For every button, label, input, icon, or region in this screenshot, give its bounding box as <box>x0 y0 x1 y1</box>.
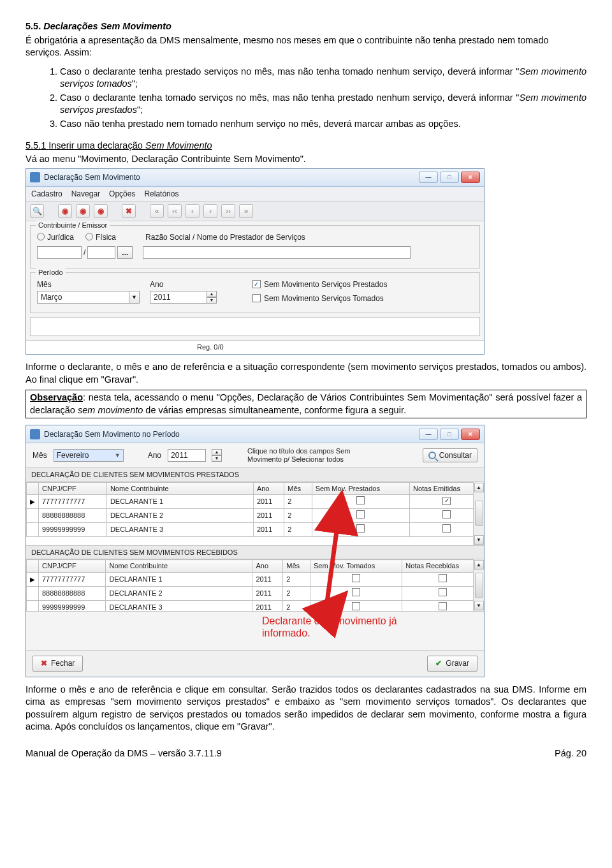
checkbox[interactable] <box>439 588 447 596</box>
checkbox[interactable] <box>356 524 365 533</box>
menu-cadastro[interactable]: Cadastro <box>31 189 62 199</box>
checkbox[interactable] <box>356 510 365 519</box>
close-button[interactable]: ✕ <box>461 172 480 183</box>
table-row[interactable]: 88888888888DECLARANTE 220112 <box>27 509 484 523</box>
empty-list-area <box>30 317 480 336</box>
section-number: 5.5. <box>26 21 41 31</box>
col-cnpj[interactable]: CNPJ/CPF <box>39 482 107 495</box>
record-counter: Reg. 0/0 <box>197 342 224 352</box>
app-icon <box>30 172 40 182</box>
checkbox[interactable] <box>352 602 360 610</box>
slash: / <box>84 247 85 258</box>
list-item: Caso não tenha prestado nem tomado nenhu… <box>60 118 586 131</box>
minimize-button[interactable]: — <box>419 172 438 183</box>
table-row[interactable]: ▶77777777777DECLARANTE 120112 <box>27 495 484 509</box>
checkbox[interactable] <box>356 496 365 504</box>
nav-first-icon[interactable]: « <box>150 204 164 218</box>
table-header-row: CNPJ/CPF Nome Contribuinte Ano Mês Sem M… <box>27 560 484 573</box>
radio-fisica[interactable]: Física <box>85 232 116 242</box>
nav-prev-icon[interactable]: ‹ <box>186 204 200 218</box>
note-label: Observação <box>30 392 83 402</box>
checkbox[interactable] <box>442 510 451 519</box>
menu-navegar[interactable]: Navegar <box>71 189 100 199</box>
maximize-button[interactable]: □ <box>440 429 459 440</box>
col-nome[interactable]: Nome Contribuinte <box>106 482 253 495</box>
paragraph: Informe o declarante, o mês e ano de ref… <box>26 361 586 386</box>
grid-recebidos: CNPJ/CPF Nome Contribuinte Ano Mês Sem M… <box>26 559 484 612</box>
col-nome[interactable]: Nome Contribuinte <box>106 560 252 573</box>
razao-label: Razão Social / Nome do Prestador de Serv… <box>145 232 305 242</box>
ano-input[interactable]: 2011 <box>150 291 207 304</box>
col-ano[interactable]: Ano <box>252 560 283 573</box>
checkbox[interactable] <box>439 574 447 582</box>
close-button[interactable]: ✕ <box>461 429 480 440</box>
col-mes[interactable]: Mês <box>284 482 312 495</box>
checkbox-prestados[interactable]: Sem Movimento Serviços Prestados <box>252 279 387 290</box>
text: "; <box>132 78 138 89</box>
numbered-list: Caso o declarante tenha prestado serviço… <box>26 66 586 131</box>
ano-input[interactable]: 2011 <box>168 449 206 462</box>
checkbox[interactable] <box>352 574 360 582</box>
text: de várias empresas simultaneamente, conf… <box>143 405 406 415</box>
page-footer: Manual de Operação da DMS – versão 3.7.1… <box>26 747 586 760</box>
titlebar: Declaração Sem Movimento no Período — □ … <box>26 425 484 443</box>
footer-left: Manual de Operação da DMS – versão 3.7.1… <box>26 747 222 760</box>
col-semmov[interactable]: Sem Mov. Tomados <box>310 560 402 573</box>
lookup-button[interactable]: ... <box>117 246 133 259</box>
col-notas[interactable]: Notas Recebidas <box>402 560 484 573</box>
razao-social-field[interactable] <box>143 246 411 259</box>
group-periodo: Período Mês Março ▼ Ano 2011 ▲▼ Sem Movi… <box>30 272 480 313</box>
col-semmov[interactable]: Sem Mov. Prestados <box>312 482 409 495</box>
table-row[interactable]: ▶77777777777DECLARANTE 120112 <box>27 573 484 587</box>
nav-next-page-icon[interactable]: ›› <box>221 204 235 218</box>
window-declaracao-periodo: Declaração Sem Movimento no Período — □ … <box>26 425 484 677</box>
cnpj-field-right[interactable] <box>87 246 115 259</box>
col-mes[interactable]: Mês <box>283 560 310 573</box>
ano-spinner[interactable]: ▲▼ <box>212 449 222 462</box>
minimize-button[interactable]: — <box>419 429 438 440</box>
section-title: Declarações Sem Movimento <box>43 21 171 31</box>
button-row: ✖Fechar ✔Gravar <box>26 650 484 676</box>
window-title: Declaração Sem Movimento <box>44 172 140 182</box>
checkbox[interactable] <box>442 497 451 505</box>
ano-label: Ano <box>148 450 161 460</box>
section-recebidos-title: DECLARAÇÃO DE CLIENTES SEM MOVIMENTOS RE… <box>26 546 484 560</box>
consultar-button[interactable]: Consultar <box>423 448 477 462</box>
col-cnpj[interactable]: CNPJ/CPF <box>39 560 106 573</box>
chevron-down-icon[interactable]: ▼ <box>129 291 140 304</box>
ano-spinner[interactable]: ▲▼ <box>207 291 217 304</box>
checkbox-tomados[interactable]: Sem Movimento Serviços Tomados <box>252 293 387 304</box>
cnpj-field-left[interactable] <box>37 246 82 259</box>
toolbar-cancel-icon[interactable]: ✖ <box>122 204 136 218</box>
maximize-button[interactable]: □ <box>440 172 459 183</box>
checkbox[interactable] <box>352 588 360 596</box>
scrollbar[interactable]: ▲▼ <box>473 482 484 545</box>
checkbox[interactable] <box>442 524 451 533</box>
mes-select[interactable]: Fevereiro▼ <box>54 449 124 462</box>
text-italic: sem movimento <box>78 405 143 415</box>
nav-last-icon[interactable]: » <box>239 204 253 218</box>
menu-opcoes[interactable]: Opções <box>109 189 135 199</box>
search-icon <box>428 452 436 459</box>
table-row[interactable]: 99999999999DECLARANTE 320112 <box>27 523 484 537</box>
footer-right: Pág. 20 <box>555 747 586 760</box>
toolbar-button[interactable]: ◉ <box>76 204 90 218</box>
text: Caso o declarante tenha prestado serviço… <box>60 66 520 77</box>
nav-prev-page-icon[interactable]: ‹‹ <box>168 204 182 218</box>
search-icon[interactable]: 🔍 <box>30 204 44 218</box>
scrollbar[interactable]: ▲▼ <box>473 559 484 611</box>
mes-label: Mês <box>37 279 140 290</box>
nav-next-icon[interactable]: › <box>203 204 217 218</box>
gravar-button[interactable]: ✔Gravar <box>427 656 477 671</box>
mes-select[interactable]: Março <box>37 291 129 304</box>
fechar-button[interactable]: ✖Fechar <box>33 656 83 671</box>
toolbar-button[interactable]: ◉ <box>58 204 72 218</box>
table-row[interactable]: 99999999999DECLARANTE 320112 <box>27 600 484 612</box>
col-ano[interactable]: Ano <box>253 482 284 495</box>
menu-relatorios[interactable]: Relatórios <box>144 189 178 199</box>
radio-juridica[interactable]: Jurídica <box>37 232 74 242</box>
toolbar-button[interactable]: ◉ <box>94 204 108 218</box>
checkbox[interactable] <box>439 602 447 610</box>
list-item: Caso o declarante tenha tomado serviços … <box>60 92 586 117</box>
table-row[interactable]: 88888888888DECLARANTE 220112 <box>27 587 484 601</box>
